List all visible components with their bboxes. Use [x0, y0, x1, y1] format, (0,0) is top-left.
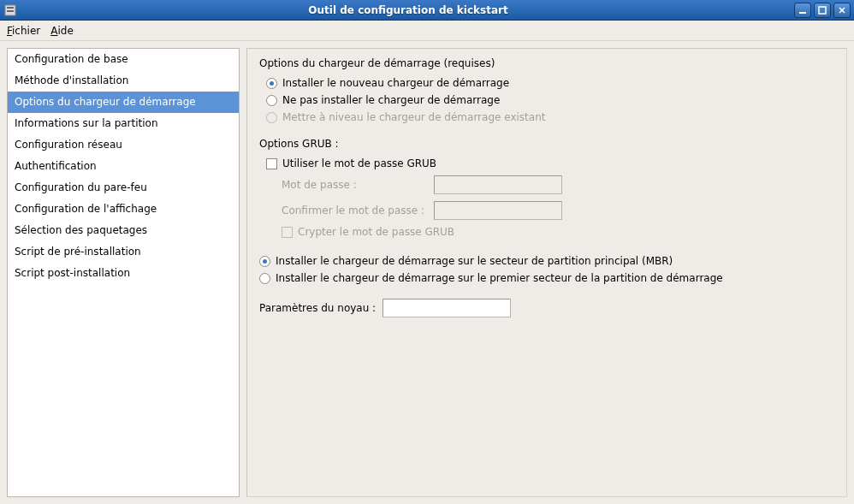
svg-rect-2 [7, 10, 14, 12]
titlebar: Outil de configuration de kickstart [0, 0, 854, 21]
kernel-input[interactable] [383, 299, 511, 317]
radio-icon [259, 256, 270, 267]
menu-help[interactable]: Aide [50, 25, 74, 37]
window-title: Outil de configuration de kickstart [22, 4, 794, 16]
checkbox-icon [282, 227, 293, 238]
location-block: Installer le chargeur de démarrage sur l… [259, 252, 834, 287]
password-input [434, 175, 562, 194]
radio-label: Installer le chargeur de démarrage sur l… [276, 272, 723, 284]
svg-rect-1 [7, 7, 14, 9]
radio-label: Mettre à niveau le chargeur de démarrage… [282, 111, 545, 123]
svg-rect-4 [819, 7, 826, 14]
radio-upgrade: Mettre à niveau le chargeur de démarrage… [259, 109, 834, 126]
svg-rect-3 [799, 12, 806, 14]
window-controls [794, 3, 851, 18]
grub-block: Options GRUB : Utiliser le mot de passe … [259, 138, 834, 240]
maximize-button[interactable] [814, 3, 831, 18]
section-title-required: Options du chargeur de démarrage (requis… [259, 57, 834, 69]
radio-label: Ne pas installer le chargeur de démarrag… [282, 94, 500, 106]
confirm-label: Confirmer le mot de passe : [282, 205, 427, 216]
sidebar: Configuration de baseMéthode d'installat… [7, 48, 240, 497]
checkbox-label: Crypter le mot de passe GRUB [298, 226, 454, 238]
sidebar-item[interactable]: Configuration du pare-feu [8, 177, 239, 199]
checkbox-label: Utiliser le mot de passe GRUB [282, 157, 436, 169]
main-panel: Options du chargeur de démarrage (requis… [246, 48, 847, 497]
radio-icon [266, 78, 277, 89]
sidebar-item[interactable]: Méthode d'installation [8, 70, 239, 92]
menu-file[interactable]: Fichier [7, 25, 40, 37]
content: Configuration de baseMéthode d'installat… [0, 41, 854, 504]
radio-install-new[interactable]: Installer le nouveau chargeur de démarra… [259, 74, 834, 92]
radio-icon [266, 112, 277, 123]
checkbox-icon [266, 158, 277, 169]
check-use-grub-pw[interactable]: Utiliser le mot de passe GRUB [259, 155, 834, 172]
close-button[interactable] [833, 3, 851, 18]
kernel-row: Paramètres du noyau : [259, 299, 834, 317]
radio-label: Installer le chargeur de démarrage sur l… [276, 255, 673, 267]
confirm-input [434, 201, 562, 220]
radio-mbr[interactable]: Installer le chargeur de démarrage sur l… [259, 252, 834, 270]
app-icon [3, 3, 17, 17]
radio-icon [266, 95, 277, 106]
radio-first-sector[interactable]: Installer le chargeur de démarrage sur l… [259, 270, 834, 287]
sidebar-item[interactable]: Options du chargeur de démarrage [8, 92, 239, 113]
sidebar-item[interactable]: Configuration de l'affichage [8, 199, 239, 220]
grub-pw-content: Mot de passe : Confirmer le mot de passe… [259, 172, 834, 240]
radio-label: Installer le nouveau chargeur de démarra… [282, 77, 509, 89]
sidebar-item[interactable]: Configuration de base [8, 49, 239, 70]
radio-no-install[interactable]: Ne pas installer le chargeur de démarrag… [259, 92, 834, 109]
grub-title: Options GRUB : [259, 138, 834, 150]
sidebar-item[interactable]: Authentification [8, 156, 239, 177]
sidebar-item[interactable]: Configuration réseau [8, 134, 239, 156]
sidebar-item[interactable]: Sélection des paquetages [8, 220, 239, 241]
menubar: Fichier Aide [0, 21, 854, 41]
minimize-button[interactable] [794, 3, 811, 18]
kernel-label: Paramètres du noyau : [259, 302, 376, 314]
row-confirm: Confirmer le mot de passe : [282, 198, 834, 223]
sidebar-item[interactable]: Informations sur la partition [8, 113, 239, 134]
row-password: Mot de passe : [282, 172, 834, 198]
password-label: Mot de passe : [282, 179, 427, 191]
check-encrypt-pw: Crypter le mot de passe GRUB [282, 223, 834, 240]
sidebar-item[interactable]: Script post-installation [8, 263, 239, 284]
sidebar-item[interactable]: Script de pré-installation [8, 241, 239, 263]
radio-icon [259, 273, 270, 284]
